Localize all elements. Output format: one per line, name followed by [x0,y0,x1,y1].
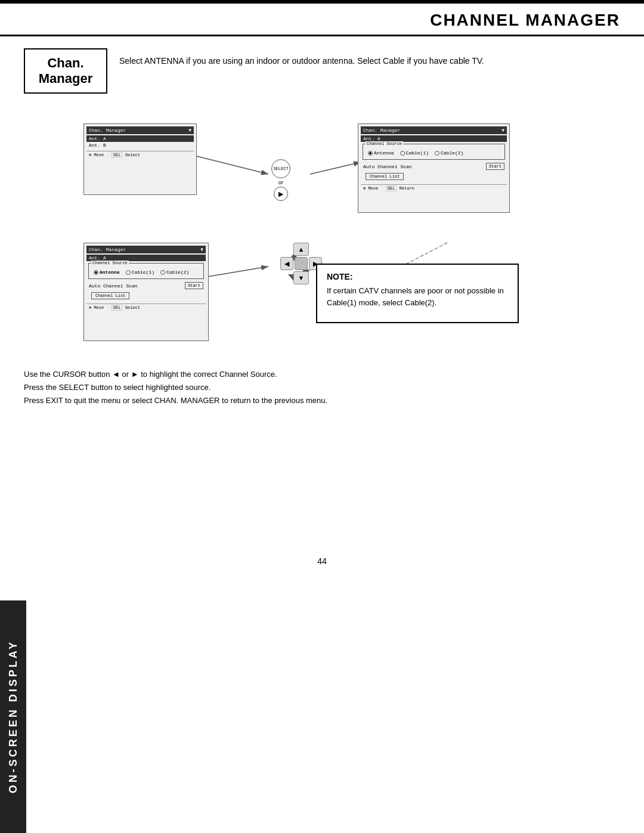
osd-screen-2: Chan. Manager ▼ Ant. A Channel Source An… [358,123,510,213]
dpad-left: ◀ [280,257,293,270]
select-button-graphic: SELECT or ▶ [271,159,290,201]
section-description: Select ANTENNA if you are using an indoo… [119,48,620,67]
osd-screen-2-start-btn: Start [486,163,504,170]
radio-cable1-2: Cable(1) [400,150,429,156]
radio-dot-cable1-3 [126,270,131,275]
sidebar-label-text: ON-SCREEN DISPLAY [7,640,20,793]
section-header: Chan. Manager Select ANTENNA if you are … [24,48,620,94]
radio-dot-antenna-2 [368,151,373,156]
main-content: Chan. Manager Select ANTENNA if you are … [0,36,644,578]
osd-screen-1-row2: Ant. B [86,142,194,148]
right-arrow-btn: ▶ [274,187,288,201]
note-title: NOTE: [327,272,508,281]
instruction-line3: Press EXIT to quit the menu or select CH… [24,394,620,407]
svg-line-3 [310,162,361,174]
radio-antenna-3-label: Antenna [100,270,120,275]
osd-screen-3-channel-source-box: Channel Source Antenna Cable(1) Cable(2) [88,263,204,279]
osd-screen-3-titlebar: Chan. Manager ▼ [86,246,206,253]
note-text-line1: If certain CATV channels are poor or not… [327,286,504,295]
osd-screen-2-footer: ⊕ Move SEL Return [361,184,507,192]
osd-screen-2-list-area: Channel List [361,171,507,182]
osd-screen-2-channel-list-btn: Channel List [366,173,404,180]
radio-dot-cable2-3 [160,270,165,275]
osd-screen-3: Chan. Manager ▼ Ant. A Channel Source An… [83,243,209,341]
note-text-line2: Cable(1) mode, select Cable(2). [327,298,436,307]
osd-screen-3-channel-list-btn: Channel List [91,292,129,299]
osd-screen-3-radio-row: Antenna Cable(1) Cable(2) [91,268,201,277]
radio-cable2-3: Cable(2) [160,270,189,275]
dpad-center [295,257,308,270]
osd-screen-3-list-area: Channel List [86,290,206,301]
select-circle-btn: SELECT [271,159,290,178]
section-title-line2: Manager [36,71,95,86]
dpad-down: ▼ [293,271,309,284]
radio-antenna-2: Antenna [368,150,394,156]
osd-screen-1: Chan. Manager ▼ Ant. A Ant. B ⊕ Move SEL… [83,123,197,195]
radio-cable2-2: Cable(2) [435,150,463,156]
osd-screen-2-channel-source-label: Channel Source [366,141,403,146]
osd-screen-2-scan-row: Auto Channel Scan Start [361,162,507,171]
osd-screen-2-radio-row: Antenna Cable(1) Cable(2) [366,148,502,157]
radio-dot-cable1-2 [400,151,405,156]
svg-line-2 [197,156,268,174]
instruction-line1: Use the CURSOR button ◄ or ► to highligh… [24,368,620,381]
note-box: NOTE: If certain CATV channels are poor … [316,264,519,323]
radio-dot-antenna-3 [94,270,98,275]
osd-screen-3-channel-source-label: Channel Source [91,261,129,265]
radio-antenna-3: Antenna [94,270,120,275]
instructions: Use the CURSOR button ◄ or ► to highligh… [24,368,620,407]
osd-screen-1-footer: ⊕ Move SEL Select [86,151,194,159]
osd-screen-2-title: Chan. Manager [363,128,400,133]
osd-screen-1-title: Chan. Manager [89,128,126,133]
osd-screen-1-row1: Ant. A [86,135,194,142]
osd-screen-3-scan-row: Auto Channel Scan Start [86,281,206,290]
page-number: 44 [24,556,620,566]
osd-screen-2-titlebar: Chan. Manager ▼ [361,126,507,134]
note-text: If certain CATV channels are poor or not… [327,285,508,308]
page-title: CHANNEL MANAGER [430,11,620,30]
radio-dot-cable2-2 [435,151,439,156]
osd-screen-1-titlebar: Chan. Manager ▼ [86,126,194,134]
radio-cable1-3: Cable(1) [126,270,154,275]
osd-screen-3-footer: ⊕ Move SEL Select [86,304,206,311]
osd-screen-3-title: Chan. Manager [89,247,126,252]
instruction-line2: Press the SELECT button to select highli… [24,381,620,394]
diagram-area: Chan. Manager ▼ Ant. A Ant. B ⊕ Move SEL… [24,106,620,356]
osd-screen-3-start-btn: Start [185,282,203,289]
or-label: or [278,179,283,185]
page-title-area: CHANNEL MANAGER [0,4,644,36]
section-title-box: Chan. Manager [24,48,107,94]
section-title-line1: Chan. [36,55,95,71]
sidebar-label: ON-SCREEN DISPLAY [0,600,26,833]
osd-screen-2-channel-source-box: Channel Source Antenna Cable(1) Cable(2) [363,144,505,160]
dpad-up: ▲ [293,243,309,256]
